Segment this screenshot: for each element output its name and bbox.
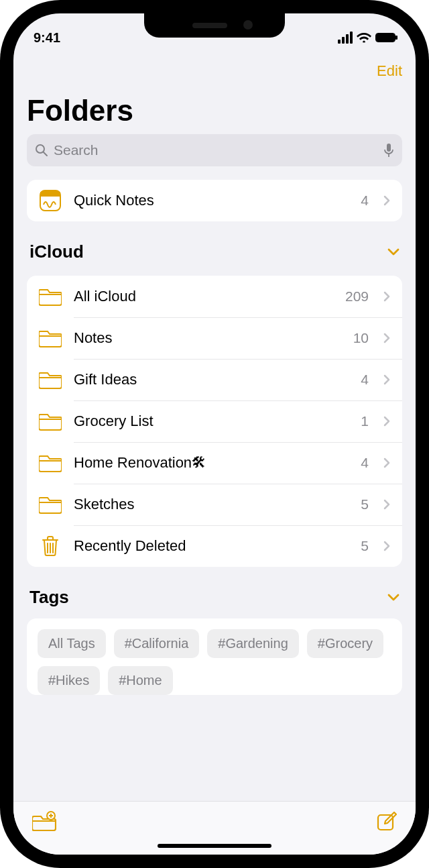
battery-icon <box>375 33 395 42</box>
chevron-right-icon <box>383 416 390 427</box>
trash-icon <box>39 535 62 557</box>
chevron-right-icon <box>383 499 390 510</box>
chevron-right-icon <box>383 195 390 206</box>
chevron-right-icon <box>383 541 390 551</box>
tag-chip[interactable]: #Gardening <box>207 629 299 658</box>
new-folder-button[interactable] <box>32 811 56 834</box>
folder-label: Gift Ideas <box>74 371 349 388</box>
icloud-section-title: iCloud <box>29 241 84 262</box>
folder-count: 5 <box>361 538 369 554</box>
quick-notes-label: Quick Notes <box>74 192 349 209</box>
page-title: Folders <box>27 94 402 127</box>
folder-row[interactable]: Home Renovation🛠4 <box>27 442 402 484</box>
folder-label: Home Renovation🛠 <box>74 454 349 472</box>
folder-row[interactable]: All iCloud209 <box>27 276 402 317</box>
folder-count: 1 <box>361 413 369 429</box>
svg-rect-2 <box>387 144 391 152</box>
cellular-icon <box>338 32 353 44</box>
folder-label: Notes <box>74 329 341 347</box>
folder-icon <box>39 368 62 391</box>
folder-icon <box>39 285 62 308</box>
search-field[interactable] <box>27 134 402 166</box>
folder-icon <box>39 327 62 349</box>
chevron-down-icon[interactable] <box>387 594 400 602</box>
chevron-right-icon <box>383 374 390 385</box>
folder-row[interactable]: Grocery List1 <box>27 400 402 442</box>
wifi-icon <box>357 32 371 43</box>
status-time: 9:41 <box>34 30 60 46</box>
tags-section-title: Tags <box>29 587 69 608</box>
svg-line-1 <box>44 152 47 156</box>
folder-count: 4 <box>361 372 369 388</box>
quick-notes-row[interactable]: Quick Notes 4 <box>27 180 402 221</box>
folder-row[interactable]: Gift Ideas4 <box>27 359 402 400</box>
edit-button[interactable]: Edit <box>377 62 402 80</box>
folder-count: 5 <box>361 496 369 512</box>
folder-count: 10 <box>353 330 369 346</box>
folder-icon <box>39 493 62 516</box>
search-input[interactable] <box>54 142 378 158</box>
tag-chip[interactable]: #Home <box>108 666 172 695</box>
folder-count: 4 <box>361 455 369 471</box>
status-indicators <box>338 32 395 44</box>
tag-chip[interactable]: #Grocery <box>307 629 383 658</box>
folder-label: Recently Deleted <box>74 537 349 555</box>
folder-row[interactable]: Notes10 <box>27 317 402 359</box>
chevron-down-icon[interactable] <box>387 248 400 256</box>
chevron-right-icon <box>383 333 390 343</box>
quick-notes-count: 4 <box>361 193 369 209</box>
search-icon <box>35 144 48 157</box>
chevron-right-icon <box>383 291 390 302</box>
svg-point-0 <box>36 145 44 153</box>
home-indicator[interactable] <box>158 844 271 848</box>
tag-chip[interactable]: #Hikes <box>38 666 100 695</box>
folder-count: 209 <box>345 288 369 305</box>
svg-rect-6 <box>40 192 60 197</box>
folder-label: Sketches <box>74 496 349 513</box>
folder-row[interactable]: Sketches5 <box>27 484 402 525</box>
folder-label: Grocery List <box>74 413 349 430</box>
folder-row[interactable]: Recently Deleted5 <box>27 525 402 567</box>
quick-notes-icon <box>39 189 62 212</box>
chevron-right-icon <box>383 457 390 468</box>
tag-chip[interactable]: All Tags <box>38 629 106 658</box>
folder-icon <box>39 410 62 433</box>
folder-label: All iCloud <box>74 288 333 305</box>
tag-chip[interactable]: #California <box>114 629 200 658</box>
folder-icon <box>39 451 62 474</box>
compose-button[interactable] <box>377 811 397 834</box>
mic-icon[interactable] <box>383 143 394 158</box>
